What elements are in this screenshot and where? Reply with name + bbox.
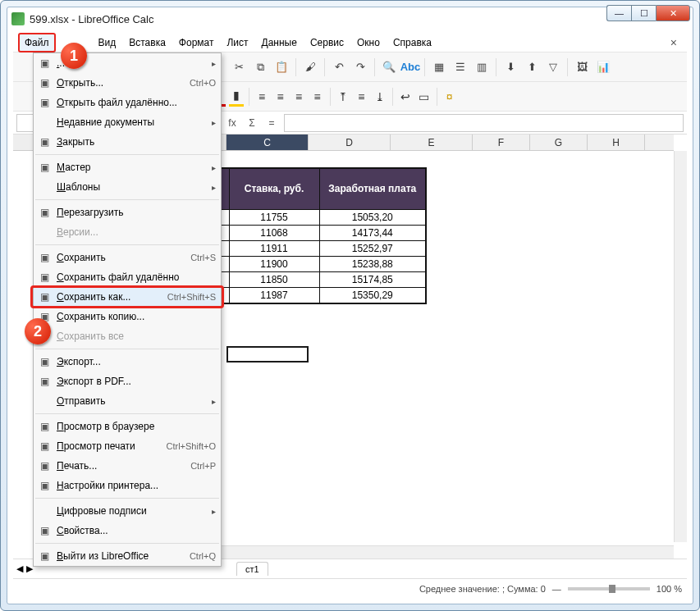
cell[interactable]: 11755 <box>229 209 319 225</box>
menu-item[interactable]: Недавние документы▸ <box>34 112 221 132</box>
valign-top-icon[interactable]: ⤒ <box>336 87 350 107</box>
menu-item[interactable]: ▣Закрыть <box>34 132 221 152</box>
menu-item-label: Закрыть <box>57 136 216 148</box>
sort-asc-icon[interactable]: ⬇ <box>501 58 519 76</box>
equals-icon[interactable]: = <box>263 114 281 132</box>
menu-insert[interactable]: Вставка <box>124 34 171 51</box>
formula-input[interactable] <box>284 114 684 132</box>
cut-icon[interactable]: ✂ <box>230 58 248 76</box>
menu-item[interactable]: ▣Просмотр печатиCtrl+Shift+O <box>34 436 221 456</box>
col-header[interactable]: H <box>588 135 645 150</box>
menu-item[interactable]: ▣Сохранить как...Ctrl+Shift+S <box>34 287 221 307</box>
col-header[interactable]: C <box>226 135 309 150</box>
merge-icon[interactable]: ▭ <box>416 87 431 107</box>
doc-close-icon[interactable]: × <box>666 36 682 49</box>
menu-item[interactable]: ▣Экспорт в PDF... <box>34 372 221 391</box>
cloud-open-icon: ▣ <box>37 95 52 110</box>
cell[interactable]: 15252,97 <box>319 240 426 256</box>
cell[interactable]: 15053,20 <box>319 209 426 225</box>
menu-tools[interactable]: Сервис <box>305 34 349 51</box>
cell[interactable]: 11068 <box>229 225 319 240</box>
close-button[interactable]: ✕ <box>656 5 690 21</box>
sort-desc-icon[interactable]: ⬆ <box>523 58 541 76</box>
minimize-button[interactable]: — <box>606 5 631 21</box>
menu-separator <box>35 413 219 414</box>
col-icon[interactable]: ▥ <box>473 58 491 76</box>
menu-item[interactable]: ▣Выйти из LibreOfficeCtrl+Q <box>34 546 221 566</box>
paste-icon[interactable]: 📋 <box>272 58 291 76</box>
align-center-icon[interactable]: ≡ <box>272 87 287 107</box>
vertical-scrollbar[interactable] <box>674 151 687 542</box>
properties-icon: ▣ <box>37 523 52 538</box>
menu-shortcut: Ctrl+Shift+S <box>167 292 216 302</box>
grid-icon[interactable]: ▦ <box>430 58 448 76</box>
table-header: Заработная плата <box>319 168 426 209</box>
maximize-button[interactable]: ☐ <box>631 5 656 21</box>
menu-file[interactable]: Файл <box>18 33 56 52</box>
spellcheck-icon[interactable]: Abc <box>401 58 419 76</box>
col-header[interactable]: G <box>530 135 588 150</box>
clone-fmt-icon[interactable]: 🖌 <box>301 58 319 76</box>
align-right-icon[interactable]: ≡ <box>291 87 306 107</box>
valign-mid-icon[interactable]: ≡ <box>354 87 368 107</box>
menu-item[interactable]: ▣Перезагрузить <box>34 203 221 222</box>
row-icon[interactable]: ☰ <box>451 58 469 76</box>
chart-icon[interactable]: 📊 <box>594 58 612 76</box>
tab-nav-prev[interactable]: ◀ <box>16 563 23 574</box>
menu-help[interactable]: Справка <box>388 34 437 51</box>
find-icon[interactable]: 🔍 <box>380 58 398 76</box>
cell[interactable]: 11987 <box>229 287 319 303</box>
menu-item[interactable]: ▣Свойства... <box>34 521 221 540</box>
menu-item[interactable]: Шаблоны▸ <box>34 177 221 197</box>
cell[interactable]: 11900 <box>229 256 319 271</box>
menu-item[interactable]: ▣Экспорт... <box>34 352 221 372</box>
copy-icon[interactable]: ⧉ <box>251 58 269 76</box>
table-row: 61190015238,88 <box>196 256 426 271</box>
browser-icon: ▣ <box>37 419 52 434</box>
menu-sheet[interactable]: Лист <box>222 34 253 51</box>
menu-item[interactable]: ▣Открыть файл удалённо... <box>34 93 221 112</box>
menu-data[interactable]: Данные <box>257 34 302 51</box>
cell[interactable]: 14173,44 <box>319 225 426 240</box>
menu-item[interactable]: ▣СохранитьCtrl+S <box>34 248 221 267</box>
preview-icon: ▣ <box>37 439 52 454</box>
menu-item-label: Свойства... <box>57 525 216 536</box>
currency-icon[interactable]: ¤ <box>442 87 456 107</box>
align-justify-icon[interactable]: ≡ <box>309 87 324 107</box>
menu-format[interactable]: Формат <box>174 34 219 51</box>
col-header[interactable]: F <box>473 135 530 150</box>
sum-icon[interactable]: Σ <box>243 114 261 132</box>
menu-item[interactable]: ▣Сохранить копию... <box>34 307 221 326</box>
cell[interactable]: 15238,88 <box>319 256 426 271</box>
redo-icon[interactable]: ↷ <box>351 58 369 76</box>
col-header[interactable]: E <box>391 135 473 150</box>
col-header[interactable]: D <box>309 135 391 150</box>
filter-icon[interactable]: ▽ <box>544 58 562 76</box>
menu-item-label: Экспорт... <box>57 356 216 367</box>
menu-view[interactable]: Вид <box>94 34 121 51</box>
sheet-tab[interactable]: ст1 <box>236 562 268 576</box>
table-header: Ставка, руб. <box>229 168 319 209</box>
align-left-icon[interactable]: ≡ <box>254 87 269 107</box>
valign-bot-icon[interactable]: ⤓ <box>373 87 387 107</box>
menu-item[interactable]: ▣Печать...Ctrl+P <box>34 456 221 476</box>
menu-item[interactable]: Отправить▸ <box>34 391 221 411</box>
menu-window[interactable]: Окно <box>352 34 385 51</box>
menu-item[interactable]: Цифровые подписи▸ <box>34 501 221 521</box>
menu-item[interactable]: ▣Открыть...Ctrl+O <box>34 73 221 93</box>
cell[interactable]: 15350,29 <box>319 287 426 303</box>
menu-item[interactable]: ▣Сохранить файл удалённо <box>34 267 221 287</box>
menu-item[interactable]: ▣Настройки принтера... <box>34 476 221 495</box>
image-icon[interactable]: 🖼 <box>573 58 591 76</box>
menu-item[interactable]: ▣Мастер▸ <box>34 157 221 177</box>
undo-icon[interactable]: ↶ <box>330 58 348 76</box>
highlight-icon[interactable]: ▮ <box>229 87 244 107</box>
fx-wizard-icon[interactable]: fx <box>223 114 241 132</box>
cell[interactable]: 15174,85 <box>319 271 426 287</box>
cell[interactable]: 11911 <box>229 240 319 256</box>
menu-item[interactable]: ▣Просмотр в браузере <box>34 417 221 436</box>
wrap-icon[interactable]: ↩ <box>398 87 413 107</box>
zoom-slider[interactable] <box>568 587 650 590</box>
cell[interactable]: 11850 <box>229 271 319 287</box>
tab-nav-next[interactable]: ▶ <box>26 563 33 574</box>
